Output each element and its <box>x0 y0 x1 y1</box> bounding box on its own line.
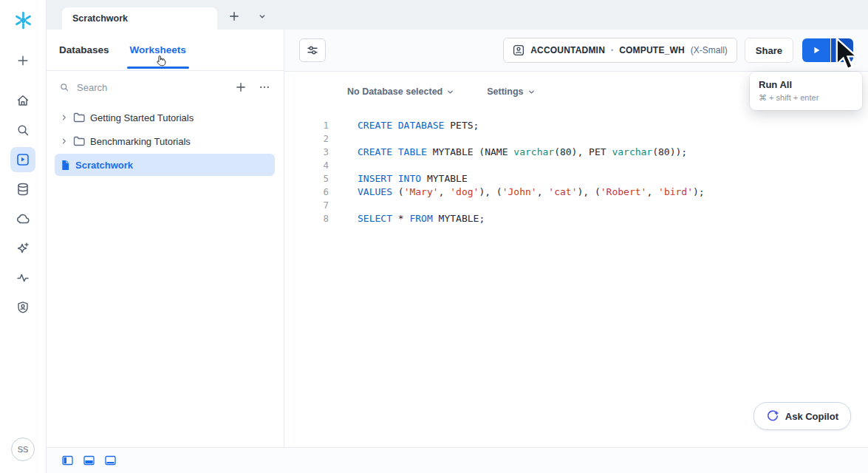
context-selector[interactable]: ACCOUNTADMIN • COMPUTE_WH (X-Small) <box>503 38 737 63</box>
run-options-button[interactable] <box>831 38 853 62</box>
settings-dropdown[interactable]: Settings <box>487 86 535 97</box>
chevron-down-icon <box>446 88 454 96</box>
nav-home-button[interactable] <box>10 88 35 113</box>
panel-left-icon[interactable] <box>62 455 73 466</box>
nav-data-button[interactable] <box>10 177 35 202</box>
settings-label: Settings <box>487 86 523 97</box>
new-item-button[interactable] <box>10 48 35 73</box>
sliders-icon <box>307 44 318 56</box>
tab-databases[interactable]: Databases <box>59 44 109 55</box>
line-number: 5 <box>284 172 345 186</box>
line-number: 2 <box>284 132 345 146</box>
avatar-initials: SS <box>18 445 29 454</box>
panel-collapse-icon[interactable] <box>105 455 116 466</box>
worksheet-file-icon <box>61 160 70 171</box>
separator-dot: • <box>611 47 613 54</box>
code-text[interactable]: VALUES ('Mary', 'dog'), ('John', 'cat'),… <box>358 186 705 199</box>
code-line[interactable]: 5INSERT INTO MYTABLE <box>284 172 868 186</box>
warehouse-label: COMPUTE_WH <box>619 45 685 55</box>
home-icon <box>16 93 30 108</box>
database-selector-label: No Database selected <box>347 86 442 97</box>
play-icon <box>811 45 821 55</box>
line-number: 8 <box>284 212 345 225</box>
code-text[interactable]: CREATE TABLE MYTABLE (NAME varchar(80), … <box>358 146 687 159</box>
nav-activity-button[interactable] <box>10 265 35 290</box>
chevron-down-icon <box>527 88 536 96</box>
add-worksheet-button[interactable] <box>235 81 247 93</box>
code-line[interactable]: 1CREATE DATABASE PETS; <box>284 119 868 132</box>
tab-databases-label: Databases <box>59 44 109 55</box>
nav-governance-button[interactable] <box>10 295 35 320</box>
search-icon <box>16 123 30 137</box>
shield-person-icon <box>16 300 30 315</box>
left-nav-rail: SS <box>0 0 47 473</box>
nav-projects-button[interactable] <box>10 147 35 172</box>
code-line[interactable]: 3CREATE TABLE MYTABLE (NAME varchar(80),… <box>284 146 868 159</box>
tree-item-worksheet-selected[interactable]: Scratchwork <box>55 154 275 176</box>
line-number: 3 <box>284 146 345 159</box>
chevron-down-icon <box>838 46 847 55</box>
activity-icon <box>16 270 30 285</box>
projects-icon <box>16 152 30 167</box>
role-label: ACCOUNTADMIN <box>530 45 605 55</box>
ask-copilot-button[interactable]: Ask Copilot <box>753 402 851 430</box>
nav-marketplace-button[interactable] <box>10 206 35 231</box>
tab-worksheets[interactable]: Worksheets <box>130 44 186 55</box>
worksheet-header: ACCOUNTADMIN • COMPUTE_WH (X-Small) Shar… <box>284 30 868 72</box>
ai-sparkle-icon <box>16 241 30 256</box>
plus-icon <box>16 54 30 67</box>
nav-search-button[interactable] <box>10 118 35 143</box>
worksheet-tree: Getting Started Tutorials Benchmarking T… <box>46 103 284 176</box>
panel-bottom-icon[interactable] <box>83 455 95 466</box>
user-avatar[interactable]: SS <box>11 438 35 461</box>
code-text[interactable]: INSERT INTO MYTABLE <box>358 172 468 186</box>
run-button[interactable] <box>802 38 830 62</box>
code-line[interactable]: 2 <box>284 132 868 146</box>
sidebar-panel: Databases Worksheets <box>46 30 284 448</box>
worksheet-tab-label: Scratchwork <box>72 13 128 24</box>
worksheet-tab-scratchwork[interactable]: Scratchwork <box>62 7 217 30</box>
ask-copilot-label: Ask Copilot <box>785 411 838 422</box>
plus-icon <box>228 10 240 22</box>
filters-button[interactable] <box>299 38 326 62</box>
run-all-shortcut: ⌘ + shift + enter <box>759 93 853 103</box>
folder-icon <box>73 136 85 146</box>
line-number: 4 <box>284 159 345 172</box>
chevron-right-icon <box>61 114 68 121</box>
search-icon <box>59 82 69 92</box>
snowflake-logo-icon <box>13 10 33 30</box>
snowsight-app: SS Scratchwork Databases Worksheets <box>0 0 868 473</box>
sidebar-tabs: Databases Worksheets <box>46 30 284 71</box>
code-line[interactable]: 4 <box>284 159 868 172</box>
tree-item-label: Benchmarking Tutorials <box>90 136 191 147</box>
line-number: 7 <box>284 199 345 212</box>
share-button[interactable]: Share <box>745 38 793 63</box>
tab-list-button[interactable] <box>251 5 273 27</box>
database-selector[interactable]: No Database selected <box>347 86 454 97</box>
search-input[interactable] <box>75 81 229 94</box>
nav-ai-button[interactable] <box>10 236 35 261</box>
worksheet-tab-strip: Scratchwork <box>46 0 868 30</box>
sql-editor[interactable]: 1CREATE DATABASE PETS;23CREATE TABLE MYT… <box>284 112 868 225</box>
line-number: 6 <box>284 186 345 199</box>
warehouse-size-label: (X-Small) <box>691 45 728 55</box>
tree-item-label: Scratchwork <box>75 160 133 171</box>
tab-worksheets-label: Worksheets <box>130 44 186 55</box>
cloud-icon <box>16 211 30 226</box>
more-options-button[interactable] <box>259 81 270 93</box>
sidebar-search-row <box>46 71 284 103</box>
code-text[interactable]: CREATE DATABASE PETS; <box>358 119 479 132</box>
tree-item-folder[interactable]: Getting Started Tutorials <box>55 106 275 129</box>
run-button-group <box>802 38 853 62</box>
database-icon <box>16 182 30 197</box>
menu-item-run-all[interactable]: Run All <box>759 79 853 90</box>
code-lines: 1CREATE DATABASE PETS;23CREATE TABLE MYT… <box>284 119 868 225</box>
code-text[interactable]: SELECT * FROM MYTABLE; <box>358 212 485 225</box>
chevron-right-icon <box>61 137 68 145</box>
tree-item-folder[interactable]: Benchmarking Tutorials <box>55 130 275 152</box>
code-line[interactable]: 8SELECT * FROM MYTABLE; <box>284 212 868 225</box>
line-number: 1 <box>284 119 345 132</box>
new-tab-button[interactable] <box>223 5 245 27</box>
code-line[interactable]: 6VALUES ('Mary', 'dog'), ('John', 'cat')… <box>284 186 868 199</box>
code-line[interactable]: 7 <box>284 199 868 212</box>
